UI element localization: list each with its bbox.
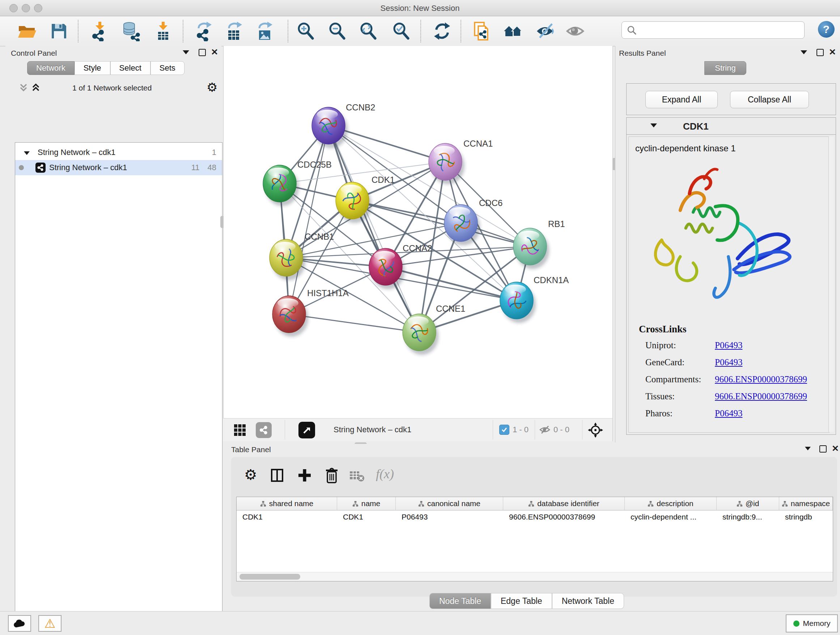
center-view-crosshair-icon[interactable] <box>588 423 603 439</box>
results-panel-float-icon[interactable] <box>801 50 807 54</box>
tab-network-table[interactable]: Network Table <box>552 593 624 609</box>
cell-description[interactable]: cyclin-dependent ... <box>625 510 717 524</box>
collapse-all-chevron-icon[interactable] <box>19 83 28 94</box>
column-header[interactable]: canonical name <box>396 497 503 510</box>
tab-node-table[interactable]: Node Table <box>429 593 491 609</box>
graph-node-ccna2[interactable] <box>369 249 405 289</box>
import-table-file-icon[interactable] <box>152 20 174 42</box>
tab-string[interactable]: String <box>704 61 746 75</box>
table-panel: Table Panel ✕ ⚙ f(x) shared name name ca… <box>223 444 840 611</box>
column-header[interactable]: shared name <box>237 497 337 510</box>
graph-node-cdkn1a[interactable] <box>500 282 536 323</box>
results-scrollbar[interactable] <box>829 136 834 432</box>
cell-id[interactable]: stringdb:9... <box>717 510 779 524</box>
memory-button[interactable]: Memory <box>786 614 838 632</box>
cell-database-identifier[interactable]: 9606.ENSP00000378699 <box>503 510 625 524</box>
memory-label: Memory <box>803 619 831 628</box>
table-hscrollbar-thumb[interactable] <box>240 574 300 580</box>
column-header[interactable]: name <box>337 497 396 510</box>
graph-node-cdc25b[interactable] <box>263 165 299 206</box>
graph-node-rb1[interactable] <box>513 228 549 269</box>
zoom-in-icon[interactable] <box>295 20 317 42</box>
cloud-status-button[interactable] <box>8 615 31 632</box>
graph-node-cdc6[interactable] <box>444 204 480 245</box>
zoom-fit-icon[interactable] <box>358 20 379 42</box>
tab-network[interactable]: Network <box>27 61 74 75</box>
control-panel-close-icon[interactable]: ✕ <box>211 48 218 57</box>
export-network-icon[interactable] <box>194 20 215 42</box>
table-panel-close-icon[interactable]: ✕ <box>832 444 839 453</box>
pharos-link[interactable]: P06493 <box>715 409 742 418</box>
graph-node-ccna1[interactable] <box>429 143 464 184</box>
function-builder-icon[interactable]: f(x) <box>376 466 394 481</box>
selected-checkbox[interactable] <box>499 424 509 435</box>
expand-all-chevron-icon[interactable] <box>32 83 40 94</box>
results-panel-maximize-icon[interactable] <box>816 49 824 56</box>
zoom-selected-icon[interactable] <box>391 20 412 42</box>
hide-details-eye-icon[interactable] <box>535 20 556 42</box>
table-gear-icon[interactable]: ⚙ <box>244 466 257 483</box>
clone-network-icon[interactable] <box>471 20 493 42</box>
home-networks-icon[interactable] <box>502 20 524 42</box>
control-panel-float-icon[interactable] <box>183 50 189 54</box>
cell-canonical-name[interactable]: P06493 <box>396 510 503 524</box>
table-panel-float-icon[interactable] <box>805 447 811 450</box>
cell-shared-name[interactable]: CDK1 <box>237 510 337 524</box>
show-details-eye-icon[interactable] <box>565 20 587 42</box>
entry-collapse-icon[interactable] <box>651 124 657 127</box>
refresh-layout-icon[interactable] <box>431 20 453 42</box>
import-network-database-icon[interactable] <box>120 20 142 42</box>
graph-node-hist1h1a[interactable] <box>272 296 308 337</box>
tab-style[interactable]: Style <box>74 61 111 75</box>
network-collection-row[interactable]: String Network – cdk1 1 <box>15 145 222 160</box>
entry-header[interactable]: CDK1 <box>627 118 836 135</box>
table-row[interactable]: CDK1 CDK1 P06493 9606.ENSP00000378699 cy… <box>237 510 833 524</box>
search-input[interactable] <box>640 22 804 38</box>
network-view-share-icon[interactable] <box>256 422 272 438</box>
graph-node-ccnb2[interactable] <box>312 107 347 148</box>
table-hscrollbar[interactable] <box>237 572 833 581</box>
control-panel-maximize-icon[interactable] <box>199 49 206 56</box>
graph-node-ccne1[interactable] <box>403 314 439 355</box>
string-network-graph[interactable]: CCNB2CCNA1CDC25BCDK1CDC6RB1CCNB1CCNA2CDK… <box>224 46 613 418</box>
cell-name[interactable]: CDK1 <box>337 510 396 524</box>
add-column-icon[interactable] <box>297 468 312 485</box>
save-session-icon[interactable] <box>48 20 70 42</box>
zoom-out-icon[interactable] <box>327 20 348 42</box>
import-network-file-icon[interactable] <box>89 20 111 42</box>
delete-table-icon[interactable] <box>349 470 365 484</box>
tab-select[interactable]: Select <box>111 61 150 75</box>
column-header[interactable]: @id <box>717 497 779 510</box>
table-panel-maximize-icon[interactable] <box>819 445 827 453</box>
select-columns-icon[interactable] <box>270 468 285 485</box>
tab-sets[interactable]: Sets <box>150 61 185 75</box>
crosslink-label: Uniprot: <box>645 340 676 350</box>
tree-expand-icon[interactable] <box>24 148 30 157</box>
column-header[interactable]: database identifier <box>503 497 625 510</box>
uniprot-link[interactable]: P06493 <box>715 340 742 350</box>
grid-view-icon[interactable] <box>233 424 246 438</box>
collapse-all-button[interactable]: Collapse All <box>730 91 809 108</box>
export-image-icon[interactable] <box>254 20 276 42</box>
network-row[interactable]: String Network – cdk1 11 48 <box>15 160 222 175</box>
help-button[interactable]: ? <box>818 21 835 38</box>
cell-namespace[interactable]: stringdb <box>779 510 833 524</box>
compartments-link[interactable]: 9606.ENSP00000378699 <box>715 374 807 385</box>
warnings-button[interactable]: ⚠ <box>38 615 62 632</box>
genecard-link[interactable]: P06493 <box>715 357 742 367</box>
network-canvas[interactable]: CCNB2CCNA1CDC25BCDK1CDC6RB1CCNB1CCNA2CDK… <box>223 46 613 418</box>
open-in-window-icon[interactable] <box>298 422 315 439</box>
search-box[interactable] <box>622 21 805 39</box>
open-session-icon[interactable] <box>16 20 38 42</box>
tissues-link[interactable]: 9606.ENSP00000378699 <box>715 391 807 402</box>
graph-node-cdk1[interactable] <box>336 182 371 223</box>
export-table-icon[interactable] <box>224 20 246 42</box>
results-panel-close-icon[interactable]: ✕ <box>829 48 836 57</box>
column-header[interactable]: namespace <box>779 497 833 510</box>
expand-all-button[interactable]: Expand All <box>645 91 718 108</box>
hidden-eye-icon[interactable] <box>539 424 551 437</box>
column-header[interactable]: description <box>625 497 717 510</box>
network-options-gear-icon[interactable]: ⚙ <box>207 80 218 95</box>
tab-edge-table[interactable]: Edge Table <box>491 593 552 609</box>
delete-column-icon[interactable] <box>324 467 340 485</box>
